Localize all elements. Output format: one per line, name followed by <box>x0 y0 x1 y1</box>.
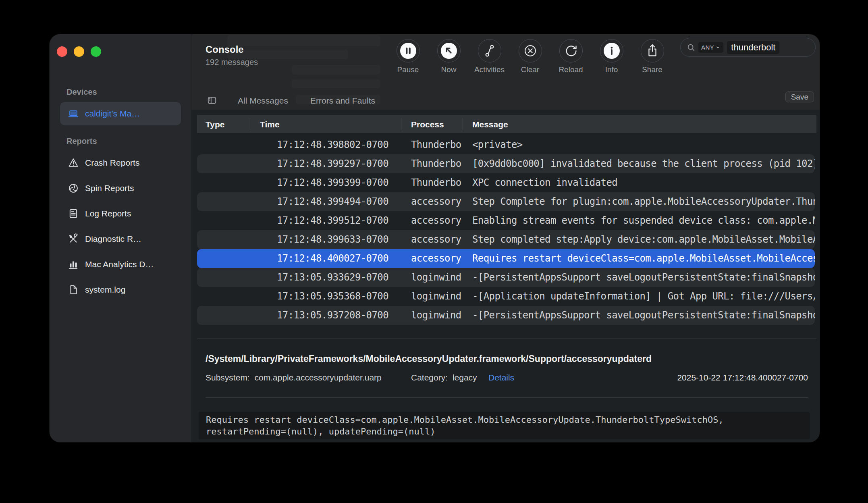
page-title: Console <box>206 44 244 55</box>
detail-subsystem: Subsystem: com.apple.accessoryupdater.ua… <box>206 372 382 382</box>
sidebar-item-label: Log Reports <box>85 209 131 218</box>
zoom-window-button[interactable] <box>91 46 101 57</box>
sidebar-item-label: Mac Analytics D… <box>85 260 154 269</box>
save-button[interactable]: Save <box>785 91 814 102</box>
aperture-icon <box>67 182 79 194</box>
bar-chart-icon <box>67 258 79 270</box>
activities-button[interactable]: Activities <box>469 39 510 74</box>
log-document-icon <box>67 208 79 220</box>
search-scope-dropdown[interactable]: ANY <box>698 42 723 53</box>
reload-button[interactable]: Reload <box>550 39 591 74</box>
section-title: Devices <box>66 87 181 97</box>
minimize-window-button[interactable] <box>74 46 84 57</box>
cell-message: Enabling stream events for suspended dev… <box>472 211 815 230</box>
tab-errors-and-faults[interactable]: Errors and Faults <box>310 96 375 106</box>
glass-ghost <box>227 35 380 46</box>
tab-all-messages[interactable]: All Messages <box>238 96 288 106</box>
log-row[interactable]: 17:13:05.937208-0700loginwind-[Persisten… <box>197 306 815 325</box>
log-row[interactable]: 17:12:48.399494-0700accessoryStep Comple… <box>197 192 815 211</box>
log-row[interactable]: 17:12:48.398802-0700Thunderbo<private> <box>197 135 815 154</box>
log-row[interactable]: 17:12:48.399297-0700Thunderbo[0x9dd0bc00… <box>197 154 815 173</box>
traffic-lights <box>57 46 101 57</box>
divider <box>206 397 808 398</box>
sidebar-item-spin-reports[interactable]: Spin Reports <box>60 177 181 200</box>
column-separator[interactable] <box>250 118 250 130</box>
close-window-button[interactable] <box>57 46 67 57</box>
pause-button[interactable]: Pause <box>388 39 428 74</box>
glass-ghost <box>292 79 380 88</box>
log-row[interactable]: 17:13:05.935368-0700loginwind-[Applicati… <box>197 287 815 306</box>
glass-ghost <box>292 65 380 75</box>
console-window: Devicescaldigit’s Ma…ReportsCrash Report… <box>50 34 820 442</box>
cell-process: Thunderbo <box>411 135 461 154</box>
detail-meta-row: Subsystem: com.apple.accessoryupdater.ua… <box>191 372 820 382</box>
cell-time: 17:12:48.399399-0700 <box>197 173 388 192</box>
category-value: legacy <box>453 373 477 382</box>
sidebar-item-mac-analytics-d[interactable]: Mac Analytics D… <box>60 253 181 276</box>
toolbar-button-label: Pause <box>397 65 419 74</box>
sidebar-toggle-button[interactable] <box>207 95 217 106</box>
sidebar-item-caldigit-s-ma[interactable]: caldigit’s Ma… <box>60 102 181 125</box>
subsystem-value: com.apple.accessoryupdater.uarp <box>255 373 382 382</box>
column-header-message[interactable]: Message <box>472 115 508 133</box>
cell-message: -[PersistentAppsSupport saveLogoutPersis… <box>472 306 815 325</box>
sidebar-item-label: caldigit’s Ma… <box>85 109 140 118</box>
warning-triangle-icon <box>67 157 79 169</box>
cell-time: 17:12:48.399494-0700 <box>197 192 388 211</box>
log-content: TypeTimeProcessMessage 17:12:48.398802-0… <box>191 110 820 442</box>
sidebar-section-reports: ReportsCrash ReportsSpin ReportsLog Repo… <box>60 136 181 301</box>
table-header: TypeTimeProcessMessage <box>197 115 816 134</box>
share-button[interactable]: Share <box>632 39 673 74</box>
log-row[interactable]: 17:12:48.399399-0700ThunderboXPC connect… <box>197 173 815 192</box>
section-title: Reports <box>66 136 181 146</box>
cell-message: Step completed step:Apply device:com.app… <box>472 230 815 249</box>
info-icon <box>600 39 623 62</box>
log-row[interactable]: 17:13:05.933629-0700loginwind-[Persisten… <box>197 268 815 287</box>
detail-message-box: Requires restart deviceClass=com.apple.M… <box>199 412 810 439</box>
toolbar-button-label: Share <box>642 65 662 74</box>
cell-message: Requires restart deviceClass=com.apple.M… <box>472 249 815 268</box>
clear-button[interactable]: Clear <box>510 39 550 74</box>
cell-process: Thunderbo <box>411 173 461 192</box>
cell-process: Thunderbo <box>411 154 461 173</box>
sidebar-item-label: system.log <box>85 285 125 295</box>
sidebar-item-log-reports[interactable]: Log Reports <box>60 202 181 225</box>
toolbar-button-label: Activities <box>474 65 505 74</box>
cell-time: 17:12:48.400027-0700 <box>197 249 388 268</box>
cell-message: XPC connection invalidated <box>472 173 815 192</box>
cell-time: 17:12:48.399512-0700 <box>197 211 388 230</box>
log-row[interactable]: 17:12:48.399512-0700accessoryEnabling st… <box>197 211 815 230</box>
toolbar-button-label: Now <box>441 65 456 74</box>
sidebar-item-system-log[interactable]: system.log <box>60 278 181 301</box>
cell-message: <private> <box>472 135 815 154</box>
cell-message: -[PersistentAppsSupport saveLogoutPersis… <box>472 268 815 287</box>
toolbar-button-label: Info <box>605 65 618 74</box>
clear-icon <box>519 39 542 62</box>
info-button[interactable]: Info <box>591 39 632 74</box>
column-header-time[interactable]: Time <box>260 115 280 133</box>
cell-process: accessory <box>411 249 461 268</box>
now-button[interactable]: Now <box>428 39 469 74</box>
cell-time: 17:13:05.935368-0700 <box>197 287 388 306</box>
divider <box>197 339 816 339</box>
detail-timestamp: 2025-10-22 17:12:48.400027-0700 <box>677 372 808 382</box>
cell-process: accessory <box>411 192 461 211</box>
search-field[interactable]: ANY thunderbolt <box>680 38 816 57</box>
message-count: 192 messages <box>206 58 258 67</box>
share-icon <box>641 39 664 62</box>
log-row[interactable]: 17:12:48.400027-0700accessoryRequires re… <box>197 249 815 268</box>
now-arrow-icon <box>437 39 461 62</box>
column-header-type[interactable]: Type <box>206 115 224 133</box>
column-header-process[interactable]: Process <box>411 115 444 133</box>
sidebar-sections: Devicescaldigit’s Ma…ReportsCrash Report… <box>60 87 181 312</box>
tools-icon <box>67 233 79 245</box>
sidebar-item-diagnostic-r[interactable]: Diagnostic R… <box>60 227 181 251</box>
sidebar-item-crash-reports[interactable]: Crash Reports <box>60 151 181 175</box>
details-link[interactable]: Details <box>488 372 514 382</box>
cell-time: 17:13:05.933629-0700 <box>197 268 388 287</box>
column-separator[interactable] <box>463 118 463 130</box>
log-row[interactable]: 17:12:48.399633-0700accessoryStep comple… <box>197 230 815 249</box>
subsystem-label: Subsystem: <box>206 373 250 382</box>
search-token[interactable]: thunderbolt <box>727 41 779 54</box>
column-separator[interactable] <box>401 118 401 130</box>
